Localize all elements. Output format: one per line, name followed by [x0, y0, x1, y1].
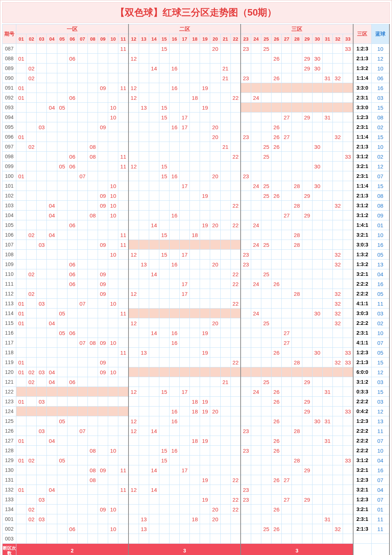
- num-cell: [87, 397, 98, 407]
- blue-cell: 02: [371, 152, 389, 162]
- num-cell: [322, 83, 332, 93]
- num-cell: [26, 309, 37, 318]
- num-cell: [220, 367, 230, 377]
- num-cell: 10: [108, 113, 118, 122]
- num-cell: [230, 230, 241, 240]
- num-cell: 32: [332, 299, 343, 309]
- num-cell: [302, 456, 312, 465]
- num-cell: [26, 426, 37, 436]
- num-cell: [180, 54, 190, 64]
- num-cell: 17: [180, 181, 190, 191]
- num-cell: [47, 426, 57, 436]
- num-cell: [302, 524, 312, 534]
- num-cell: [149, 397, 159, 407]
- num-header: 16: [169, 34, 179, 44]
- num-cell: [149, 456, 159, 465]
- num-cell: [200, 113, 210, 122]
- num-cell: 30: [312, 348, 322, 358]
- num-cell: [220, 426, 230, 436]
- num-cell: 02: [26, 64, 37, 73]
- table-row: 1140105112430323:0:303: [3, 309, 390, 318]
- num-cell: [139, 475, 149, 485]
- table-row: 0910109111216193:3:016: [3, 83, 390, 93]
- num-cell: [118, 377, 128, 387]
- num-cell: [251, 426, 261, 436]
- num-cell: [312, 250, 322, 260]
- blue-cell: 12: [371, 407, 389, 416]
- num-cell: 05: [57, 328, 67, 338]
- num-cell: [261, 103, 271, 113]
- num-cell: [87, 524, 98, 534]
- num-cell: 15: [159, 250, 169, 260]
- num-cell: [149, 348, 159, 358]
- num-cell: [312, 122, 322, 132]
- num-cell: 20: [210, 260, 220, 269]
- num-cell: [57, 181, 67, 191]
- num-cell: [180, 152, 190, 162]
- num-cell: [26, 446, 37, 456]
- num-cell: [302, 475, 312, 485]
- num-cell: [302, 250, 312, 260]
- num-cell: [322, 465, 332, 475]
- num-cell: [47, 113, 57, 122]
- num-cell: [241, 191, 251, 201]
- num-cell: 10: [108, 211, 118, 220]
- ratio-cell: 3:1:2: [353, 377, 371, 387]
- num-cell: [200, 456, 210, 465]
- num-cell: [16, 162, 26, 171]
- num-cell: [251, 358, 261, 367]
- num-cell: [292, 83, 302, 93]
- num-cell: [292, 64, 302, 73]
- num-cell: 16: [169, 211, 179, 220]
- num-cell: 29: [302, 407, 312, 416]
- num-cell: [169, 230, 179, 240]
- blue-cell: 07: [371, 475, 389, 485]
- blue-cell: 11: [371, 426, 389, 436]
- num-cell: [57, 514, 67, 524]
- num-cell: [180, 407, 190, 416]
- num-cell: [190, 348, 200, 358]
- num-cell: [200, 446, 210, 456]
- num-cell: [282, 181, 292, 191]
- num-cell: [77, 289, 87, 299]
- num-cell: 24: [251, 387, 261, 397]
- num-cell: [282, 318, 292, 328]
- num-cell: [292, 103, 302, 113]
- num-cell: [312, 73, 322, 83]
- num-cell: 15: [159, 446, 169, 456]
- num-cell: [77, 279, 87, 289]
- num-cell: [139, 54, 149, 64]
- num-cell: [26, 44, 37, 54]
- num-cell: 01: [16, 318, 26, 328]
- num-cell: [220, 465, 230, 475]
- num-cell: [271, 318, 282, 328]
- num-cell: [332, 240, 343, 250]
- num-header: 03: [37, 34, 47, 44]
- num-cell: [26, 299, 37, 309]
- num-cell: [98, 387, 108, 397]
- num-header: 20: [210, 34, 220, 44]
- num-cell: [169, 367, 179, 377]
- num-cell: 26: [271, 475, 282, 485]
- num-cell: [302, 514, 312, 524]
- num-cell: [98, 514, 108, 524]
- num-cell: [26, 338, 37, 348]
- num-cell: [26, 534, 37, 544]
- num-cell: [241, 201, 251, 211]
- num-cell: 19: [200, 475, 210, 485]
- num-cell: [190, 83, 200, 93]
- num-cell: [230, 191, 241, 201]
- blue-cell: 04: [371, 269, 389, 279]
- num-cell: [343, 289, 354, 299]
- num-cell: 15: [159, 113, 169, 122]
- num-cell: [149, 299, 159, 309]
- num-cell: [312, 240, 322, 250]
- num-cell: [200, 122, 210, 132]
- num-cell: [87, 73, 98, 83]
- num-cell: [271, 328, 282, 338]
- num-cell: [322, 152, 332, 162]
- num-cell: [139, 191, 149, 201]
- num-cell: [241, 83, 251, 93]
- num-cell: [159, 338, 169, 348]
- num-cell: [302, 142, 312, 152]
